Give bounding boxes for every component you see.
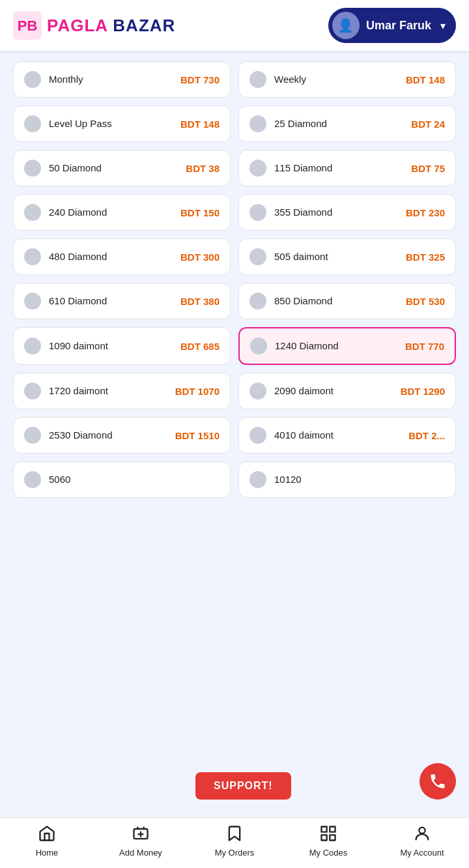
radio-circle xyxy=(24,471,41,488)
package-info: 505 daimont xyxy=(274,250,398,263)
package-price: BDT 300 xyxy=(180,252,220,263)
package-info: Level Up Pass xyxy=(49,117,173,130)
package-card[interactable]: 610 Diamond BDT 380 xyxy=(13,283,231,319)
radio-circle xyxy=(249,160,266,177)
package-info: 2090 daimont xyxy=(274,384,393,398)
package-price: BDT 380 xyxy=(180,296,220,307)
package-info: 1090 daimont xyxy=(49,340,173,353)
package-card[interactable]: 5060 xyxy=(13,461,231,498)
package-info: 2530 Diamond xyxy=(49,429,167,442)
package-price: BDT 24 xyxy=(411,119,445,130)
package-name: 505 daimont xyxy=(274,250,398,263)
package-price: BDT 1290 xyxy=(401,386,445,397)
package-card[interactable]: 1090 daimont BDT 685 xyxy=(13,327,231,365)
package-name: Level Up Pass xyxy=(49,117,173,130)
package-card[interactable]: 1720 daimont BDT 1070 xyxy=(13,373,231,409)
package-name: 4010 daimont xyxy=(274,429,401,442)
package-info: 355 Diamond xyxy=(274,206,398,219)
package-card[interactable]: 4010 daimont BDT 2... xyxy=(238,417,456,454)
radio-circle xyxy=(24,248,41,265)
nav-item-my-codes[interactable]: My Codes xyxy=(281,824,375,858)
package-info: 50 Diamond xyxy=(49,162,178,175)
package-card[interactable]: 10120 xyxy=(238,461,456,498)
bottom-nav: Home Add Money My Orders My Codes My Acc… xyxy=(0,817,469,868)
svg-rect-5 xyxy=(330,835,335,840)
package-price: BDT 730 xyxy=(180,74,220,85)
nav-item-my-account[interactable]: My Account xyxy=(375,824,469,858)
nav-item-my-orders[interactable]: My Orders xyxy=(188,824,281,858)
package-price: BDT 1510 xyxy=(175,430,220,441)
package-card[interactable]: 240 Diamond BDT 150 xyxy=(13,194,231,231)
nav-label-add-money: Add Money xyxy=(119,848,162,858)
package-card[interactable]: 2530 Diamond BDT 1510 xyxy=(13,417,231,454)
radio-circle xyxy=(24,293,41,310)
svg-text:PB: PB xyxy=(18,18,38,34)
package-card[interactable]: 25 Diamond BDT 24 xyxy=(238,106,456,142)
chevron-down-icon: ▾ xyxy=(440,20,446,32)
radio-circle xyxy=(249,427,266,444)
svg-rect-3 xyxy=(322,827,327,832)
nav-item-home[interactable]: Home xyxy=(0,824,94,858)
package-info: Weekly xyxy=(274,73,398,86)
package-card[interactable]: 50 Diamond BDT 38 xyxy=(13,150,231,186)
radio-circle xyxy=(249,248,266,265)
package-name: 1240 Diamond xyxy=(275,340,397,353)
package-info: 850 Diamond xyxy=(274,295,398,308)
package-card[interactable]: 480 Diamond BDT 300 xyxy=(13,239,231,275)
package-info: 1720 daimont xyxy=(49,384,167,398)
radio-circle xyxy=(249,204,266,221)
package-name: 480 Diamond xyxy=(49,250,173,263)
package-name: 240 Diamond xyxy=(49,206,173,219)
nav-label-my-orders: My Orders xyxy=(215,848,255,858)
package-card[interactable]: 505 daimont BDT 325 xyxy=(238,239,456,275)
package-card[interactable]: 355 Diamond BDT 230 xyxy=(238,194,456,231)
package-card[interactable]: 115 Diamond BDT 75 xyxy=(238,150,456,186)
radio-circle xyxy=(249,383,266,399)
user-name: Umar Faruk xyxy=(366,19,431,33)
svg-rect-6 xyxy=(322,835,327,840)
package-price: BDT 148 xyxy=(180,119,220,130)
main-content: Monthly BDT 730 Weekly BDT 148 Level Up … xyxy=(0,51,469,563)
package-price: BDT 1070 xyxy=(175,386,220,397)
header: PB PAGLA BAZAR 👤 Umar Faruk ▾ xyxy=(0,0,469,51)
call-button[interactable] xyxy=(419,763,456,800)
package-card[interactable]: 2090 daimont BDT 1290 xyxy=(238,373,456,409)
package-name: 10120 xyxy=(274,473,437,486)
radio-circle xyxy=(249,293,266,310)
user-menu-button[interactable]: 👤 Umar Faruk ▾ xyxy=(328,8,456,43)
avatar: 👤 xyxy=(332,12,360,39)
nav-label-my-codes: My Codes xyxy=(309,848,348,858)
package-card[interactable]: Weekly BDT 148 xyxy=(238,61,456,98)
logo-icon: PB xyxy=(13,11,42,40)
package-name: 5060 xyxy=(49,473,212,486)
package-price: BDT 325 xyxy=(406,252,445,263)
nav-label-my-account: My Account xyxy=(400,848,444,858)
package-price: BDT 685 xyxy=(180,341,220,352)
nav-item-add-money[interactable]: Add Money xyxy=(94,824,188,858)
radio-circle xyxy=(249,115,266,132)
svg-rect-4 xyxy=(330,827,335,832)
package-card[interactable]: 1240 Diamond BDT 770 xyxy=(238,327,456,365)
support-button[interactable]: SUPPORT! xyxy=(195,772,291,800)
package-name: 115 Diamond xyxy=(274,162,403,175)
package-name: 1090 daimont xyxy=(49,340,173,353)
package-name: 1720 daimont xyxy=(49,384,167,398)
radio-circle xyxy=(24,115,41,132)
radio-circle xyxy=(249,71,266,88)
package-card[interactable]: Level Up Pass BDT 148 xyxy=(13,106,231,142)
phone-icon xyxy=(429,772,447,790)
package-card[interactable]: 850 Diamond BDT 530 xyxy=(238,283,456,319)
logo: PB PAGLA BAZAR xyxy=(13,11,175,40)
orders-icon xyxy=(225,824,244,845)
radio-circle xyxy=(24,204,41,221)
package-price: BDT 148 xyxy=(406,74,445,85)
package-name: 25 Diamond xyxy=(274,117,403,130)
package-price: BDT 530 xyxy=(406,296,445,307)
package-price: BDT 75 xyxy=(411,163,445,174)
package-price: BDT 38 xyxy=(186,163,220,174)
package-card[interactable]: Monthly BDT 730 xyxy=(13,61,231,98)
package-info: 1240 Diamond xyxy=(275,340,397,353)
radio-circle xyxy=(24,160,41,177)
codes-icon xyxy=(319,824,337,845)
package-grid: Monthly BDT 730 Weekly BDT 148 Level Up … xyxy=(13,61,456,498)
